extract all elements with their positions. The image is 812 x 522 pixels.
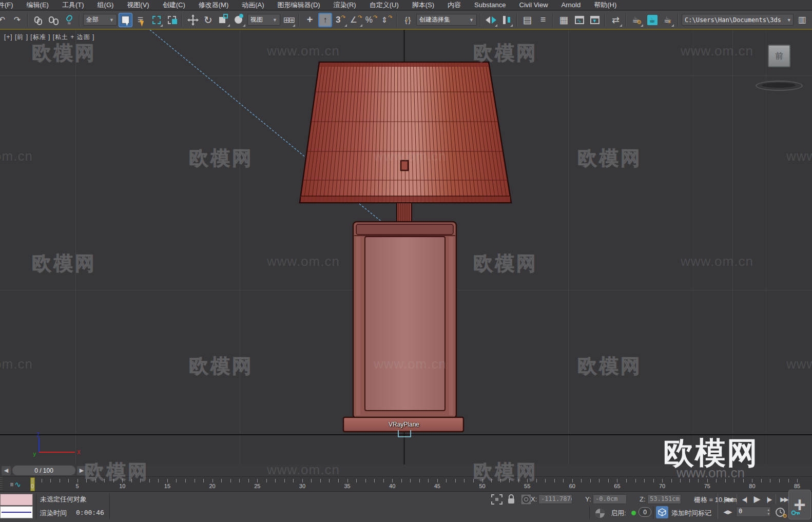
named-selection-dropdown[interactable]: 创建选择集 ▼ — [416, 14, 477, 26]
next-frame-arrow-button[interactable]: ▶ — [77, 466, 86, 475]
ref-coord-dropdown[interactable]: 视图 ▼ — [247, 14, 280, 26]
curve-editor-button[interactable]: ∿ — [572, 13, 586, 27]
mirror-button[interactable] — [484, 13, 498, 27]
bind-spacewarp-button[interactable]: ≈ — [62, 13, 76, 27]
time-config-icon[interactable]: ⚙ — [775, 507, 788, 518]
menu-item-substance[interactable]: Substance — [468, 0, 512, 10]
ribbon-toggle-button[interactable]: ▦ — [557, 13, 571, 27]
project-path-dropdown[interactable]: C:\Users\Han\Documents\3ds Max 2022 ▼ — [682, 14, 794, 26]
menu-item-content[interactable]: 内容 — [441, 0, 468, 10]
time-slider[interactable]: 0 / 100 — [12, 466, 75, 475]
selection-filter-dropdown[interactable]: 全部 ▼ — [83, 14, 117, 26]
link-button[interactable] — [31, 13, 45, 27]
select-place-button[interactable] — [232, 13, 246, 27]
window-crossing-button[interactable] — [165, 13, 179, 27]
time-tag-cube-button[interactable] — [656, 506, 668, 518]
grip-handle[interactable] — [0, 477, 3, 491]
maxscript-macro-pane[interactable] — [0, 494, 33, 506]
lamp-shade[interactable] — [300, 62, 511, 203]
lamp-neck[interactable] — [397, 203, 412, 222]
align-button[interactable] — [499, 13, 513, 27]
place-dot-icon — [239, 14, 243, 18]
spinner-snap-button[interactable]: ⇕↷ — [380, 13, 394, 27]
auto-key-pie-icon[interactable] — [594, 508, 606, 519]
menu-item-rendering[interactable]: 渲染(R) — [327, 0, 363, 10]
percent-snap-button[interactable]: %↷ — [364, 13, 378, 27]
select-by-name-button[interactable]: ☰ — [134, 13, 148, 27]
menu-item-create[interactable]: 创建(C) — [156, 0, 192, 10]
mini-curve-editor-button[interactable]: ≡∿ — [4, 479, 27, 490]
unlink-button[interactable] — [47, 13, 61, 27]
go-to-start-button[interactable]: |◀◀ — [721, 494, 735, 505]
menu-item-tools[interactable]: 工具(T) — [55, 0, 91, 10]
edit-named-selections-button[interactable]: {∕} — [401, 13, 415, 27]
menu-item-graph-editors[interactable]: 图形编辑器(D) — [271, 0, 327, 10]
menu-item-edit[interactable]: 编辑(E) — [20, 0, 55, 10]
key-count-button[interactable]: 0 — [639, 507, 651, 517]
previous-frame-button[interactable]: ◀| — [738, 494, 750, 505]
absolute-mode-icon[interactable] — [520, 494, 532, 505]
select-object-button[interactable] — [119, 13, 132, 27]
viewcube[interactable]: 前 — [755, 44, 806, 90]
y-coord-field[interactable]: -0.0cm — [593, 494, 627, 504]
menu-item-animation[interactable]: 动画(A) — [235, 0, 270, 10]
scene-explorer-button[interactable]: ▤ — [520, 13, 534, 27]
schematic-view-button[interactable]: ▼ — [588, 13, 602, 27]
timeline-tick-label: 0 — [31, 483, 34, 489]
render-setup-button[interactable]: ☕⚙ — [630, 13, 644, 27]
next-frame-button[interactable]: |▶ — [763, 494, 775, 505]
rendered-frame-button[interactable]: ☕ — [645, 13, 659, 27]
menu-item-customize[interactable]: 自定义(U) — [363, 0, 405, 10]
current-frame-value: 0 — [739, 508, 742, 515]
undo-button[interactable]: ↶ — [0, 13, 9, 27]
isolate-selection-icon[interactable] — [491, 494, 502, 505]
layer-explorer-button[interactable]: ≡ — [536, 13, 550, 27]
play-button[interactable]: ▶ — [750, 493, 763, 505]
toolbar-separator — [605, 13, 606, 27]
angle-snap-button[interactable]: ∠↷ — [349, 13, 363, 27]
set-key-button[interactable]: + — [788, 490, 811, 519]
viewcube-ring[interactable] — [756, 81, 803, 91]
render-production-button[interactable]: ☕⚡ — [661, 13, 674, 27]
menu-item-group[interactable]: 组(G) — [91, 0, 121, 10]
menu-item-file[interactable]: 文件(F) — [0, 0, 20, 10]
viewport-label[interactable]: [+] [前 ] [标准 ] [粘土 + 边面 ] — [4, 33, 94, 42]
menu-item-help[interactable]: 帮助(H) — [587, 0, 623, 10]
timeline-tick — [275, 479, 276, 482]
menu-item-civil-view[interactable]: Civil View — [513, 0, 555, 10]
prev-frame-arrow-button[interactable]: ◀ — [2, 466, 11, 475]
add-time-tag-label[interactable]: 添加时间标记 — [671, 509, 711, 518]
material-editor-button[interactable]: ⇄ — [609, 13, 623, 27]
viewcube-front-face[interactable]: 前 — [768, 45, 790, 67]
waves-icon: ≈ — [67, 22, 70, 25]
menu-item-views[interactable]: 视图(V) — [120, 0, 156, 10]
workspace-button[interactable]: ▥ — [795, 13, 809, 27]
snap-cross-button[interactable]: + — [303, 13, 317, 27]
track-bar[interactable]: ≡∿ 0510152025303540455055606570758085 — [0, 476, 812, 492]
timeline-tick — [248, 479, 249, 482]
use-pivot-center-button[interactable]: ⊞⊞ — [282, 13, 296, 27]
x-coord-field[interactable]: -111.787cm — [538, 494, 572, 504]
menu-item-scripting[interactable]: 脚本(S) — [405, 0, 441, 10]
key-mode-toggle-button[interactable]: ◀▶ — [722, 507, 734, 516]
menu-item-arnold[interactable]: Arnold — [555, 0, 588, 10]
current-frame-field[interactable]: 0 ▲▼ — [736, 507, 771, 517]
z-coord-field[interactable]: 53.151cm — [647, 494, 681, 504]
lock-icon[interactable] — [507, 494, 515, 505]
viewport-front[interactable]: Z X y [+] [前 ] [标准 ] [粘土 + 边面 ] VRayPlan… — [0, 30, 812, 465]
lamp-body[interactable] — [353, 222, 456, 418]
rect-selection-region-button[interactable] — [149, 13, 163, 27]
select-scale-button[interactable] — [217, 13, 230, 27]
spinner-arrows[interactable]: ▲▼ — [767, 508, 769, 516]
select-move-button[interactable] — [186, 13, 200, 27]
maxscript-listener-pane[interactable] — [0, 506, 33, 518]
align-bar-icon — [503, 16, 506, 24]
timeline-tick-label: 10 — [119, 483, 125, 489]
menu-item-modifiers[interactable]: 修改器(M) — [192, 0, 236, 10]
selection-status: 未选定任何对象 — [40, 495, 87, 504]
timeline-tick-label: 50 — [479, 483, 485, 489]
snap-3d-button[interactable]: 3↷ — [334, 13, 347, 27]
redo-button[interactable]: ↷ — [10, 13, 24, 27]
select-rotate-button[interactable]: ↻ — [201, 13, 215, 27]
snap-toggle-button[interactable]: ↑ — [318, 13, 332, 27]
